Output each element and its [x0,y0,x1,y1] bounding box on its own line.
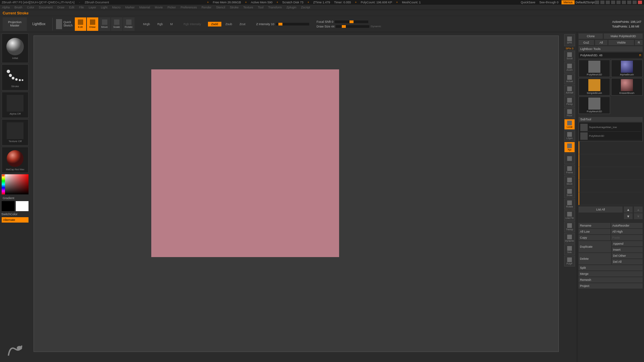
black-swatch[interactable] [2,201,14,211]
aahalf-button[interactable]: AAHalf [564,85,575,96]
split-section[interactable]: Split [579,265,643,270]
bpr-button[interactable]: BPR [564,34,575,46]
z-intensity-slider[interactable]: Z Intensity 10 [256,22,309,26]
copy-button[interactable]: Copy [579,235,610,240]
edit-tool[interactable]: Edit [75,17,86,31]
project-section[interactable]: Project [579,283,643,289]
see-through[interactable]: See-through 0 [539,1,558,4]
menu-alpha[interactable]: Alpha [2,6,10,9]
rgb-intensity-slider[interactable]: Rgb Intensity [183,22,201,26]
subtool-empty-slot[interactable] [579,167,643,180]
actual-button[interactable]: Actual [564,73,575,84]
zadd-mode[interactable]: Zadd [208,22,222,26]
scale-tool[interactable]: Scale [111,17,122,31]
window-icon-4[interactable] [611,0,615,4]
focal-shift-slider[interactable]: Focal Shift 0 [317,20,381,23]
floor-button[interactable]: Floor [564,108,575,118]
list-all-button[interactable]: List All [579,206,623,213]
menu-preferences[interactable]: Preferences [180,6,197,9]
tool-alphabrush[interactable]: AlphaBrush [611,60,643,77]
bw-swatches[interactable] [2,201,29,211]
menu-render[interactable]: Render [202,6,212,9]
switch-color-button[interactable]: SwitchColor [1,213,17,216]
persp-button[interactable]: Persp [564,96,575,107]
gradient-label[interactable]: Gradient [3,196,14,200]
duplicate-button[interactable]: Duplicate [579,241,611,252]
menu-edit[interactable]: Edit [69,6,74,9]
move-nav-button[interactable]: Move [564,176,575,187]
xyz-button[interactable]: Xyz [564,142,575,153]
remesh-section[interactable]: Remesh [579,277,643,283]
delete-button[interactable]: Delete [579,253,611,264]
subtool-header[interactable]: SubTool [579,117,643,122]
menu-marker[interactable]: Marker [125,6,135,9]
zoom-button[interactable]: Zoom [564,62,575,73]
all-high-button[interactable]: All High [611,229,643,234]
default-script[interactable]: DefaultZScript [576,1,595,4]
move-up-icon[interactable]: ▲ [624,206,633,213]
menu-picker[interactable]: Picker [167,6,176,9]
goz-button[interactable]: GoZ [579,40,594,45]
scale-nav-button[interactable]: Scale [564,187,575,198]
make-polymesh-button[interactable]: Make PolyMesh3D [604,34,643,39]
insert-button[interactable]: Insert [612,247,643,252]
brush-slot[interactable]: Inflat [2,34,29,63]
menu-movie[interactable]: Movie [155,6,163,9]
subtool-empty-slot[interactable] [579,192,643,205]
menu-macro[interactable]: Macro [112,6,120,9]
tool-polymesh3d[interactable]: PolyMesh3D [579,60,610,77]
alpha-slot[interactable]: Alpha Off [2,92,29,118]
subtool-item-2[interactable]: PolyMesh3D [580,132,641,140]
lightbox-button[interactable]: LightBox [29,17,49,31]
local-button[interactable]: Local [564,119,575,130]
goz-all-button[interactable]: All [595,40,608,45]
menu-light[interactable]: Light [101,6,108,9]
subtool-empty-slot[interactable] [579,141,643,154]
subtool-item-1[interactable]: SuperAverageMan_low [580,123,641,132]
quick-sketch-button[interactable]: QuickSketch [56,19,73,29]
move-down-icon[interactable]: ▼ [624,213,633,219]
move-tool[interactable]: Move [99,17,110,31]
rotate-tool[interactable]: Rotate [123,17,135,31]
menus-toggle[interactable]: Menus [561,0,575,4]
move-down-all-icon[interactable]: ▼ [634,213,643,219]
solo-button[interactable]: Solo [564,244,575,255]
window-icon-3[interactable] [605,0,610,4]
alternate-button[interactable]: Alternate [2,217,29,223]
merge-section[interactable]: Merge [579,271,643,277]
mrgb-mode[interactable]: Mrgb [140,22,154,26]
rotate-nav-button[interactable]: Rotate [564,199,575,209]
menu-zplugin[interactable]: Zplugin [286,6,297,9]
menu-document[interactable]: Document [39,6,53,9]
close-icon[interactable] [638,0,642,4]
minimize-icon[interactable] [627,0,632,4]
clone-button[interactable]: Clone [579,34,603,39]
lightbox-tools-button[interactable]: Lightbox› Tools [579,46,643,52]
menu-file[interactable]: File [79,6,84,9]
white-swatch[interactable] [16,201,29,211]
material-slot[interactable]: MatCap Red Wax [2,147,29,173]
menu-stencil[interactable]: Stencil [216,6,225,9]
rename-button[interactable]: Rename [579,223,610,228]
del-other-button[interactable]: Del Other [612,253,643,258]
color-picker[interactable] [2,174,29,194]
autoreorder-button[interactable]: AutoReorder [611,223,643,228]
menu-zscript[interactable]: Zscript [301,6,310,9]
append-button[interactable]: Append [612,241,643,246]
quicksave-button[interactable]: QuickSave [521,1,535,4]
maximize-icon[interactable] [632,0,637,4]
tool-simplebrush[interactable]: SimpleBrush [579,78,610,96]
menu-transform[interactable]: Transform [268,6,282,9]
transp-button[interactable]: Transp [564,222,575,232]
zcut-mode[interactable]: Zcut [236,22,249,26]
draw-tool[interactable]: Draw [87,17,98,31]
stroke-slot[interactable]: Stroke [2,64,29,90]
menu-stroke[interactable]: Stroke [230,6,238,9]
menu-material[interactable]: Material [139,6,150,9]
menu-brush[interactable]: Brush [14,6,22,9]
window-icon-1[interactable] [595,0,599,4]
menu-color[interactable]: Color [27,6,35,9]
subtool-list[interactable]: SuperAverageMan_low PolyMesh3D [579,122,643,141]
zsub-mode[interactable]: Zsub [222,22,235,26]
menu-tool[interactable]: Tool [258,6,264,9]
